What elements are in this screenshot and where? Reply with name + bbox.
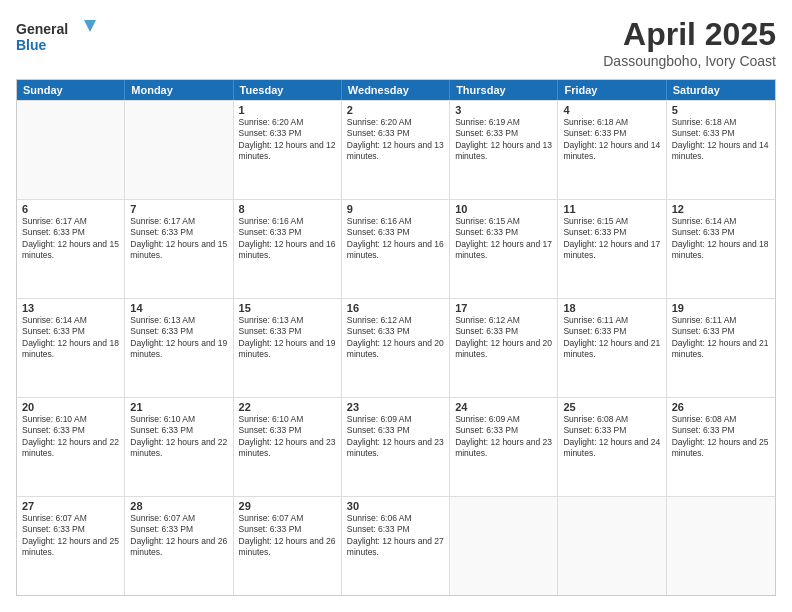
day-number: 24 — [455, 401, 552, 413]
calendar-cell: 5Sunrise: 6:18 AM Sunset: 6:33 PM Daylig… — [667, 101, 775, 199]
day-number: 7 — [130, 203, 227, 215]
day-number: 16 — [347, 302, 444, 314]
cell-text: Sunrise: 6:17 AM Sunset: 6:33 PM Dayligh… — [22, 216, 119, 262]
day-number: 30 — [347, 500, 444, 512]
calendar-header-cell: Thursday — [450, 80, 558, 100]
cell-text: Sunrise: 6:16 AM Sunset: 6:33 PM Dayligh… — [347, 216, 444, 262]
cell-text: Sunrise: 6:10 AM Sunset: 6:33 PM Dayligh… — [130, 414, 227, 460]
calendar-cell: 14Sunrise: 6:13 AM Sunset: 6:33 PM Dayli… — [125, 299, 233, 397]
calendar-body: 1Sunrise: 6:20 AM Sunset: 6:33 PM Daylig… — [17, 100, 775, 595]
calendar-cell: 27Sunrise: 6:07 AM Sunset: 6:33 PM Dayli… — [17, 497, 125, 595]
calendar-header-cell: Friday — [558, 80, 666, 100]
calendar-cell: 10Sunrise: 6:15 AM Sunset: 6:33 PM Dayli… — [450, 200, 558, 298]
cell-text: Sunrise: 6:11 AM Sunset: 6:33 PM Dayligh… — [672, 315, 770, 361]
cell-text: Sunrise: 6:07 AM Sunset: 6:33 PM Dayligh… — [130, 513, 227, 559]
calendar-cell: 1Sunrise: 6:20 AM Sunset: 6:33 PM Daylig… — [234, 101, 342, 199]
cell-text: Sunrise: 6:15 AM Sunset: 6:33 PM Dayligh… — [455, 216, 552, 262]
day-number: 26 — [672, 401, 770, 413]
day-number: 13 — [22, 302, 119, 314]
calendar-cell — [558, 497, 666, 595]
day-number: 19 — [672, 302, 770, 314]
day-number: 14 — [130, 302, 227, 314]
calendar-cell: 12Sunrise: 6:14 AM Sunset: 6:33 PM Dayli… — [667, 200, 775, 298]
cell-text: Sunrise: 6:06 AM Sunset: 6:33 PM Dayligh… — [347, 513, 444, 559]
calendar-cell: 15Sunrise: 6:13 AM Sunset: 6:33 PM Dayli… — [234, 299, 342, 397]
logo: General Blue — [16, 16, 96, 56]
day-number: 15 — [239, 302, 336, 314]
day-number: 6 — [22, 203, 119, 215]
calendar-cell: 28Sunrise: 6:07 AM Sunset: 6:33 PM Dayli… — [125, 497, 233, 595]
day-number: 8 — [239, 203, 336, 215]
svg-text:Blue: Blue — [16, 37, 47, 53]
calendar-cell: 17Sunrise: 6:12 AM Sunset: 6:33 PM Dayli… — [450, 299, 558, 397]
calendar-header-cell: Tuesday — [234, 80, 342, 100]
day-number: 20 — [22, 401, 119, 413]
cell-text: Sunrise: 6:12 AM Sunset: 6:33 PM Dayligh… — [455, 315, 552, 361]
calendar-cell: 4Sunrise: 6:18 AM Sunset: 6:33 PM Daylig… — [558, 101, 666, 199]
calendar-cell — [450, 497, 558, 595]
calendar-cell: 30Sunrise: 6:06 AM Sunset: 6:33 PM Dayli… — [342, 497, 450, 595]
calendar-cell: 21Sunrise: 6:10 AM Sunset: 6:33 PM Dayli… — [125, 398, 233, 496]
calendar-week-row: 13Sunrise: 6:14 AM Sunset: 6:33 PM Dayli… — [17, 298, 775, 397]
calendar-cell — [17, 101, 125, 199]
cell-text: Sunrise: 6:07 AM Sunset: 6:33 PM Dayligh… — [22, 513, 119, 559]
subtitle: Dassoungboho, Ivory Coast — [603, 53, 776, 69]
calendar: SundayMondayTuesdayWednesdayThursdayFrid… — [16, 79, 776, 596]
day-number: 4 — [563, 104, 660, 116]
cell-text: Sunrise: 6:20 AM Sunset: 6:33 PM Dayligh… — [239, 117, 336, 163]
cell-text: Sunrise: 6:14 AM Sunset: 6:33 PM Dayligh… — [22, 315, 119, 361]
cell-text: Sunrise: 6:14 AM Sunset: 6:33 PM Dayligh… — [672, 216, 770, 262]
calendar-cell: 2Sunrise: 6:20 AM Sunset: 6:33 PM Daylig… — [342, 101, 450, 199]
calendar-cell: 18Sunrise: 6:11 AM Sunset: 6:33 PM Dayli… — [558, 299, 666, 397]
cell-text: Sunrise: 6:11 AM Sunset: 6:33 PM Dayligh… — [563, 315, 660, 361]
cell-text: Sunrise: 6:18 AM Sunset: 6:33 PM Dayligh… — [672, 117, 770, 163]
day-number: 18 — [563, 302, 660, 314]
cell-text: Sunrise: 6:09 AM Sunset: 6:33 PM Dayligh… — [455, 414, 552, 460]
calendar-cell: 23Sunrise: 6:09 AM Sunset: 6:33 PM Dayli… — [342, 398, 450, 496]
calendar-week-row: 1Sunrise: 6:20 AM Sunset: 6:33 PM Daylig… — [17, 100, 775, 199]
calendar-week-row: 27Sunrise: 6:07 AM Sunset: 6:33 PM Dayli… — [17, 496, 775, 595]
page: General Blue April 2025 Dassoungboho, Iv… — [0, 0, 792, 612]
cell-text: Sunrise: 6:16 AM Sunset: 6:33 PM Dayligh… — [239, 216, 336, 262]
calendar-header-cell: Sunday — [17, 80, 125, 100]
cell-text: Sunrise: 6:08 AM Sunset: 6:33 PM Dayligh… — [563, 414, 660, 460]
day-number: 3 — [455, 104, 552, 116]
calendar-header-cell: Wednesday — [342, 80, 450, 100]
calendar-header-row: SundayMondayTuesdayWednesdayThursdayFrid… — [17, 80, 775, 100]
calendar-cell: 20Sunrise: 6:10 AM Sunset: 6:33 PM Dayli… — [17, 398, 125, 496]
cell-text: Sunrise: 6:09 AM Sunset: 6:33 PM Dayligh… — [347, 414, 444, 460]
logo-svg: General Blue — [16, 16, 96, 56]
day-number: 23 — [347, 401, 444, 413]
calendar-cell: 22Sunrise: 6:10 AM Sunset: 6:33 PM Dayli… — [234, 398, 342, 496]
cell-text: Sunrise: 6:15 AM Sunset: 6:33 PM Dayligh… — [563, 216, 660, 262]
day-number: 25 — [563, 401, 660, 413]
calendar-cell — [667, 497, 775, 595]
cell-text: Sunrise: 6:18 AM Sunset: 6:33 PM Dayligh… — [563, 117, 660, 163]
title-block: April 2025 Dassoungboho, Ivory Coast — [603, 16, 776, 69]
svg-marker-2 — [84, 20, 96, 32]
day-number: 2 — [347, 104, 444, 116]
day-number: 22 — [239, 401, 336, 413]
cell-text: Sunrise: 6:07 AM Sunset: 6:33 PM Dayligh… — [239, 513, 336, 559]
calendar-cell: 25Sunrise: 6:08 AM Sunset: 6:33 PM Dayli… — [558, 398, 666, 496]
day-number: 10 — [455, 203, 552, 215]
calendar-header-cell: Saturday — [667, 80, 775, 100]
day-number: 17 — [455, 302, 552, 314]
cell-text: Sunrise: 6:08 AM Sunset: 6:33 PM Dayligh… — [672, 414, 770, 460]
calendar-cell: 9Sunrise: 6:16 AM Sunset: 6:33 PM Daylig… — [342, 200, 450, 298]
day-number: 11 — [563, 203, 660, 215]
header: General Blue April 2025 Dassoungboho, Iv… — [16, 16, 776, 69]
day-number: 1 — [239, 104, 336, 116]
calendar-cell: 3Sunrise: 6:19 AM Sunset: 6:33 PM Daylig… — [450, 101, 558, 199]
calendar-cell: 7Sunrise: 6:17 AM Sunset: 6:33 PM Daylig… — [125, 200, 233, 298]
day-number: 21 — [130, 401, 227, 413]
svg-text:General: General — [16, 21, 68, 37]
calendar-cell: 11Sunrise: 6:15 AM Sunset: 6:33 PM Dayli… — [558, 200, 666, 298]
cell-text: Sunrise: 6:19 AM Sunset: 6:33 PM Dayligh… — [455, 117, 552, 163]
cell-text: Sunrise: 6:13 AM Sunset: 6:33 PM Dayligh… — [239, 315, 336, 361]
calendar-cell: 26Sunrise: 6:08 AM Sunset: 6:33 PM Dayli… — [667, 398, 775, 496]
calendar-cell: 29Sunrise: 6:07 AM Sunset: 6:33 PM Dayli… — [234, 497, 342, 595]
cell-text: Sunrise: 6:10 AM Sunset: 6:33 PM Dayligh… — [22, 414, 119, 460]
calendar-cell: 16Sunrise: 6:12 AM Sunset: 6:33 PM Dayli… — [342, 299, 450, 397]
calendar-week-row: 6Sunrise: 6:17 AM Sunset: 6:33 PM Daylig… — [17, 199, 775, 298]
